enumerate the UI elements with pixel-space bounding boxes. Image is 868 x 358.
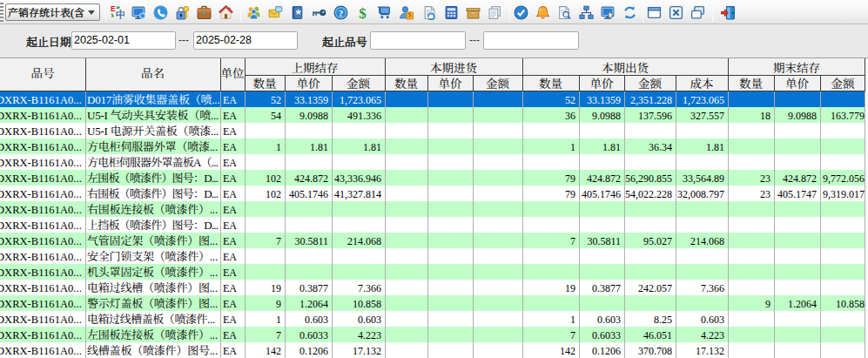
svg-text:?: ? <box>339 8 344 18</box>
svg-text:中: 中 <box>115 7 124 20</box>
svg-text:$: $ <box>408 11 412 19</box>
svg-text:$: $ <box>359 5 367 20</box>
